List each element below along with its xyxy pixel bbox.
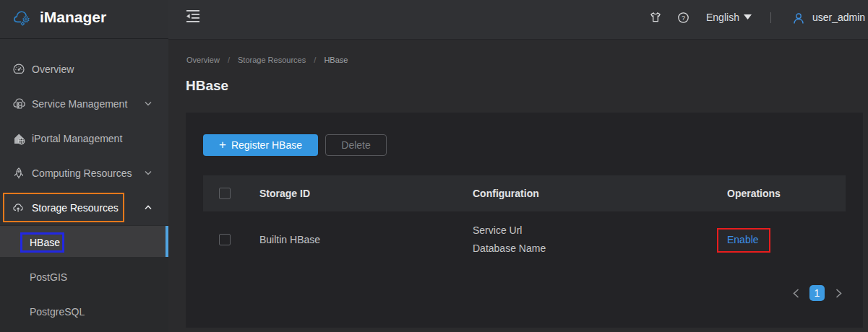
svg-text:?: ? <box>682 14 685 22</box>
